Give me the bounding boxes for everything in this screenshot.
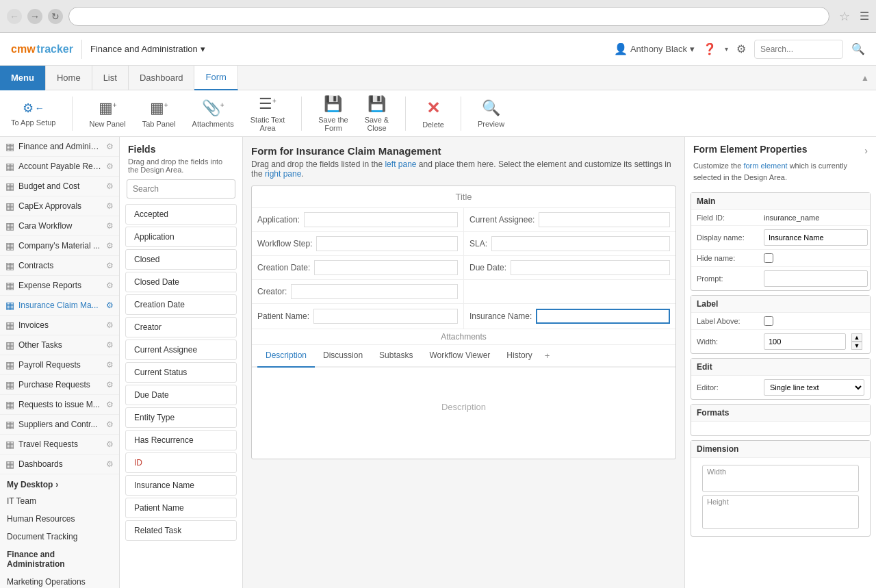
attachments-button[interactable]: 📎+ Attachments: [192, 99, 234, 128]
field-item-due-date[interactable]: Due Date: [125, 385, 237, 405]
sidebar-item-other-tasks-gear[interactable]: ⚙: [106, 340, 114, 350]
preview-button[interactable]: 🔍 Preview: [478, 99, 504, 128]
field-item-creation-date[interactable]: Creation Date: [125, 294, 237, 315]
sidebar-it-team[interactable]: IT Team: [0, 492, 119, 510]
bookmark-icon[interactable]: ☆: [839, 9, 850, 24]
sidebar-item-purchase-gear[interactable]: ⚙: [106, 380, 114, 389]
new-panel-button[interactable]: ▦+ New Panel: [89, 99, 125, 128]
sidebar-item-expense-gear[interactable]: ⚙: [106, 281, 114, 290]
props-width-increment[interactable]: ▲: [851, 333, 862, 342]
delete-button[interactable]: ✕ Delete: [422, 99, 444, 129]
sidebar-item-payroll[interactable]: ▦ Payroll Requests ⚙: [0, 355, 119, 375]
sidebar-my-desktop[interactable]: My Desktop ›: [0, 474, 119, 492]
sidebar-item-expense[interactable]: ▦ Expense Reports ⚙: [0, 276, 119, 296]
help-icon[interactable]: ❓: [703, 42, 717, 55]
field-item-has-recurrence[interactable]: Has Recurrence: [125, 430, 237, 450]
due-date-input[interactable]: [511, 260, 670, 275]
field-item-application[interactable]: Application: [125, 227, 237, 247]
sidebar-item-finance-admin-gear[interactable]: ⚙: [106, 142, 114, 151]
sidebar-item-cara[interactable]: ▦ Cara Workflow ⚙: [0, 216, 119, 236]
current-assignee-input[interactable]: [539, 212, 670, 227]
save-the-form-button[interactable]: 💾 Save theForm: [318, 95, 348, 132]
sidebar-item-requests-gear[interactable]: ⚙: [106, 400, 114, 409]
field-item-id[interactable]: ID: [125, 452, 237, 473]
user-info[interactable]: 👤 Anthony Black ▾: [614, 42, 695, 55]
props-display-name-input[interactable]: [764, 229, 868, 246]
tab-list[interactable]: List: [92, 66, 129, 90]
field-item-creator[interactable]: Creator: [125, 317, 237, 337]
sidebar-human-resources[interactable]: Human Resources: [0, 510, 119, 528]
sidebar-item-other-tasks[interactable]: ▦ Other Tasks ⚙: [0, 335, 119, 355]
sidebar-item-companys[interactable]: ▦ Company's Material ... ⚙: [0, 236, 119, 256]
sidebar-item-budget-cost[interactable]: ▦ Budget and Cost ⚙: [0, 177, 119, 196]
patient-name-input[interactable]: [313, 309, 458, 324]
sidebar-item-requests[interactable]: ▦ Requests to issue M... ⚙: [0, 395, 119, 415]
sidebar-item-invoices-gear[interactable]: ⚙: [106, 320, 114, 330]
header-search-icon[interactable]: 🔍: [851, 42, 865, 55]
form-tab-discussion[interactable]: Discussion: [315, 345, 371, 366]
sidebar-item-invoices[interactable]: ▦ Invoices ⚙: [0, 316, 119, 335]
sidebar-item-contracts-gear[interactable]: ⚙: [106, 261, 114, 270]
sidebar-item-insurance-gear[interactable]: ⚙: [106, 301, 114, 310]
props-editor-select[interactable]: Single line text: [764, 379, 864, 396]
sidebar-item-dashboards[interactable]: ▦ Dashboards ⚙: [0, 455, 119, 474]
field-item-closed-date[interactable]: Closed Date: [125, 272, 237, 292]
sidebar-item-account-payable-gear[interactable]: ⚙: [106, 162, 114, 171]
to-app-setup-button[interactable]: ⚙ ← To App Setup: [11, 101, 55, 127]
sidebar-item-capex[interactable]: ▦ CapEx Approvals ⚙: [0, 196, 119, 216]
field-item-closed[interactable]: Closed: [125, 249, 237, 270]
workflow-step-input[interactable]: [316, 236, 458, 251]
insurance-name-input[interactable]: [536, 309, 670, 324]
sidebar-marketing-ops[interactable]: Marketing Operations: [0, 573, 119, 588]
static-text-area-button[interactable]: ☰+ Static TextArea: [250, 95, 285, 132]
form-tab-description[interactable]: Description: [257, 345, 315, 368]
sidebar-item-contracts[interactable]: ▦ Contracts ⚙: [0, 256, 119, 276]
settings-icon[interactable]: ⚙: [736, 42, 746, 55]
workspace-selector[interactable]: Finance and Administration ▾: [90, 44, 205, 54]
sidebar-item-travel-gear[interactable]: ⚙: [106, 439, 114, 449]
sidebar-item-budget-cost-gear[interactable]: ⚙: [106, 181, 114, 191]
props-width-input[interactable]: [764, 333, 846, 350]
field-item-entity-type[interactable]: Entity Type: [125, 407, 237, 428]
tab-form[interactable]: Form: [194, 66, 237, 90]
sidebar-item-travel[interactable]: ▦ Travel Requests ⚙: [0, 435, 119, 455]
props-prompt-input[interactable]: [764, 270, 868, 287]
sidebar-item-cara-gear[interactable]: ⚙: [106, 221, 114, 231]
sidebar-item-suppliers-gear[interactable]: ⚙: [106, 420, 114, 429]
save-and-close-button[interactable]: 💾 Save &Close: [365, 95, 389, 132]
tab-panel-button[interactable]: ▦+ Tab Panel: [142, 99, 176, 128]
tab-menu[interactable]: Menu: [0, 66, 46, 90]
form-tab-add-button[interactable]: +: [541, 345, 554, 366]
header-search-input[interactable]: [754, 40, 843, 59]
sidebar-item-suppliers[interactable]: ▦ Suppliers and Contr... ⚙: [0, 415, 119, 435]
field-item-current-status[interactable]: Current Status: [125, 362, 237, 383]
form-tab-history[interactable]: History: [498, 345, 540, 366]
fields-search-input[interactable]: [127, 179, 235, 199]
tab-dashboard[interactable]: Dashboard: [129, 66, 195, 90]
forward-button[interactable]: →: [27, 9, 42, 24]
back-button[interactable]: ←: [7, 9, 22, 24]
creation-date-input[interactable]: [314, 260, 458, 275]
field-item-accepted[interactable]: Accepted: [125, 204, 237, 225]
sidebar-item-insurance[interactable]: ▦ Insurance Claim Ma... ⚙: [0, 296, 119, 316]
field-item-related-task[interactable]: Related Task: [125, 520, 237, 541]
props-panel-collapse-button[interactable]: ›: [864, 145, 868, 156]
field-item-current-assignee[interactable]: Current Assignee: [125, 340, 237, 360]
sidebar-item-account-payable[interactable]: ▦ Account Payable Requ... ⚙: [0, 157, 119, 177]
sidebar-item-finance-admin[interactable]: ▦ Finance and Administrati... ⚙: [0, 137, 119, 157]
field-item-patient-name[interactable]: Patient Name: [125, 498, 237, 518]
sidebar-document-tracking[interactable]: Document Tracking: [0, 528, 119, 546]
sidebar-item-capex-gear[interactable]: ⚙: [106, 201, 114, 211]
sidebar-finance-admin-section[interactable]: Finance and Administration: [0, 546, 119, 573]
nav-collapse-button[interactable]: ▲: [854, 73, 876, 83]
address-bar[interactable]: [68, 7, 829, 26]
reload-button[interactable]: ↻: [48, 9, 63, 24]
sidebar-item-purchase[interactable]: ▦ Purchase Requests ⚙: [0, 375, 119, 395]
form-tab-subtasks[interactable]: Subtasks: [371, 345, 421, 366]
form-tab-workflow-viewer[interactable]: Workflow Viewer: [421, 345, 498, 366]
creator-input[interactable]: [291, 284, 458, 299]
field-item-insurance-name[interactable]: Insurance Name: [125, 475, 237, 496]
tab-home[interactable]: Home: [46, 66, 92, 90]
props-width-decrement[interactable]: ▼: [851, 342, 862, 350]
sidebar-item-dashboards-gear[interactable]: ⚙: [106, 459, 114, 469]
